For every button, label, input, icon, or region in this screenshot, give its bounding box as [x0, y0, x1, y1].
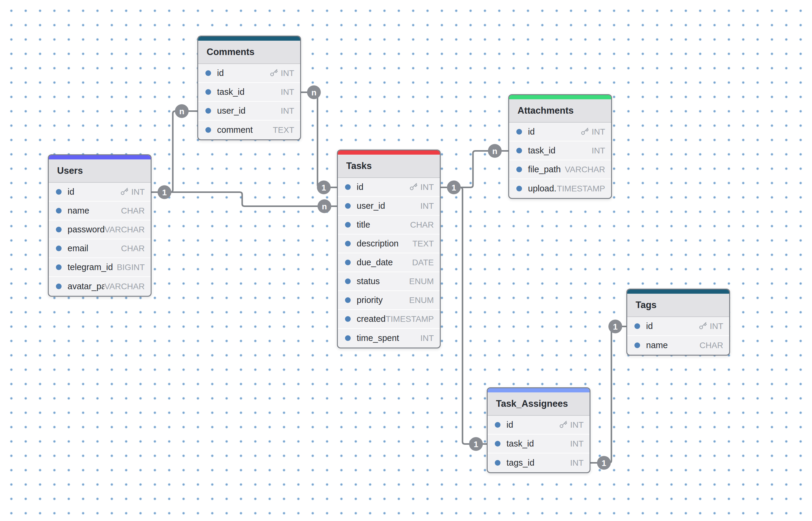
- field-type: INT: [698, 321, 723, 331]
- field-row-users-id[interactable]: id INT: [49, 183, 151, 202]
- field-type-text: TEXT: [273, 125, 294, 135]
- field-type: TEXT: [412, 239, 434, 249]
- field-row-attachments-uploaded-at[interactable]: upload... TIMESTAMP: [509, 179, 611, 198]
- field-type: INT: [570, 458, 584, 468]
- table-header[interactable]: Task_Assignees: [488, 392, 589, 416]
- field-type-text: ENUM: [409, 295, 434, 305]
- field-dot: [56, 264, 62, 270]
- primary-key-icon: [270, 69, 278, 77]
- table-users[interactable]: Users id INT name CHAR password VARCHAR …: [48, 154, 152, 297]
- field-row-comments-id[interactable]: id INT: [198, 64, 300, 83]
- table-header[interactable]: Users: [49, 159, 151, 183]
- field-name: time_spent: [357, 333, 420, 343]
- field-dot: [345, 222, 351, 228]
- field-row-users-email[interactable]: email CHAR: [49, 239, 151, 258]
- field-row-tasks-user-id[interactable]: user_id INT: [338, 197, 440, 216]
- table-header[interactable]: Tags: [627, 294, 729, 317]
- field-row-tags-id[interactable]: id INT: [627, 317, 729, 336]
- field-type-text: INT: [570, 439, 584, 449]
- field-type-text: CHAR: [410, 220, 434, 230]
- field-type-text: INT: [420, 201, 434, 211]
- field-name: user_id: [217, 106, 281, 116]
- field-name: due_date: [357, 257, 412, 267]
- er-diagram-canvas[interactable]: 1 n n 1 n 1 n 1: [0, 0, 812, 521]
- relationship-tags-task-assignees[interactable]: [590, 326, 626, 463]
- field-row-tasks-due-date[interactable]: due_date DATE: [338, 253, 440, 272]
- field-type: BIGINT: [117, 263, 145, 272]
- field-type: VARCHAR: [105, 225, 145, 234]
- field-type-text: ENUM: [409, 277, 434, 286]
- field-row-tasks-time-spent[interactable]: time_spent INT: [338, 329, 440, 347]
- relationship-tasks-task-assignees[interactable]: [441, 187, 487, 444]
- field-row-tasks-id[interactable]: id INT: [338, 178, 440, 197]
- cardinality-badge-tags-task-assignees-1b: 1: [597, 456, 611, 470]
- field-type: DATE: [412, 258, 434, 267]
- field-type: INT: [409, 182, 434, 192]
- field-name: upload...: [528, 184, 557, 194]
- relationship-tasks-comments[interactable]: [301, 92, 337, 187]
- field-type: CHAR: [121, 244, 145, 253]
- field-row-users-password[interactable]: password VARCHAR: [49, 221, 151, 239]
- svg-text:n: n: [179, 107, 184, 116]
- table-header[interactable]: Attachments: [509, 99, 611, 122]
- field-dot: [516, 166, 522, 172]
- field-type: INT: [559, 420, 584, 430]
- field-row-attachments-id[interactable]: id INT: [509, 122, 611, 141]
- field-dot: [495, 460, 501, 466]
- field-row-task-assignees-task-id[interactable]: task_id INT: [488, 435, 589, 453]
- relationship-users-comments[interactable]: [152, 111, 197, 192]
- field-type: VARCHAR: [105, 282, 145, 291]
- field-row-tasks-title[interactable]: title CHAR: [338, 216, 440, 234]
- field-row-attachments-task-id[interactable]: task_id INT: [509, 141, 611, 160]
- field-row-tasks-status[interactable]: status ENUM: [338, 272, 440, 291]
- field-row-tasks-priority[interactable]: priority ENUM: [338, 291, 440, 310]
- svg-text:1: 1: [162, 188, 167, 197]
- field-type: TIMESTAMP: [557, 184, 605, 194]
- primary-key-icon: [409, 183, 418, 191]
- cardinality-badge-tasks-attachments-n: n: [488, 144, 502, 158]
- field-type-text: VARCHAR: [105, 282, 145, 291]
- table-tasks[interactable]: Tasks id INT user_id INT title CHAR desc…: [337, 150, 441, 348]
- field-name: created...: [357, 314, 386, 324]
- field-name: password: [68, 225, 105, 234]
- cardinality-badge-tasks-comments-n: n: [307, 86, 321, 99]
- cardinality-badge-tasks-comments-1: 1: [317, 181, 331, 195]
- relationship-users-tasks[interactable]: [152, 192, 337, 206]
- table-task-assignees[interactable]: Task_Assignees id INT task_id INT tags_i…: [487, 387, 590, 473]
- table-accent-bar: [49, 155, 151, 159]
- field-name: task_id: [507, 439, 570, 449]
- table-name: Comments: [207, 47, 254, 58]
- field-type-text: INT: [420, 182, 434, 192]
- field-row-tasks-description[interactable]: description TEXT: [338, 234, 440, 253]
- field-row-users-name[interactable]: name CHAR: [49, 202, 151, 221]
- field-dot: [345, 259, 351, 265]
- field-row-users-avatar-path[interactable]: avatar_pa... VARCHAR: [49, 277, 151, 296]
- field-row-attachments-file-path[interactable]: file_path VARCHAR: [509, 160, 611, 179]
- field-name: tags_id: [507, 458, 570, 468]
- field-type-text: INT: [570, 458, 584, 468]
- field-row-tasks-created-at[interactable]: created... TIMESTAMP: [338, 310, 440, 329]
- field-dot: [205, 70, 211, 76]
- field-row-task-assignees-id[interactable]: id INT: [488, 416, 589, 435]
- table-header[interactable]: Comments: [198, 41, 300, 64]
- field-type: ENUM: [409, 295, 434, 305]
- table-header[interactable]: Tasks: [338, 155, 440, 178]
- field-row-comments-user-id[interactable]: user_id INT: [198, 102, 300, 120]
- field-name: name: [68, 206, 121, 216]
- field-dot: [516, 129, 522, 135]
- field-dot: [495, 422, 501, 428]
- field-row-comments-task-id[interactable]: task_id INT: [198, 83, 300, 102]
- table-accent-bar: [338, 151, 440, 155]
- table-comments[interactable]: Comments id INT task_id INT user_id INT …: [197, 36, 301, 140]
- field-row-comments-comment[interactable]: comment TEXT: [198, 120, 300, 139]
- table-tags[interactable]: Tags id INT name CHAR: [626, 289, 730, 356]
- field-row-tags-name[interactable]: name CHAR: [627, 336, 729, 355]
- field-type: INT: [281, 106, 294, 116]
- cardinality-badge-tags-task-assignees-1a: 1: [608, 320, 622, 334]
- svg-text:1: 1: [473, 440, 478, 449]
- field-row-users-telegram-id[interactable]: telegram_id BIGINT: [49, 258, 151, 277]
- table-name: Tasks: [346, 161, 372, 172]
- field-row-task-assignees-tags-id[interactable]: tags_id INT: [488, 453, 589, 472]
- field-dot: [56, 208, 62, 213]
- table-attachments[interactable]: Attachments id INT task_id INT file_path…: [508, 94, 612, 199]
